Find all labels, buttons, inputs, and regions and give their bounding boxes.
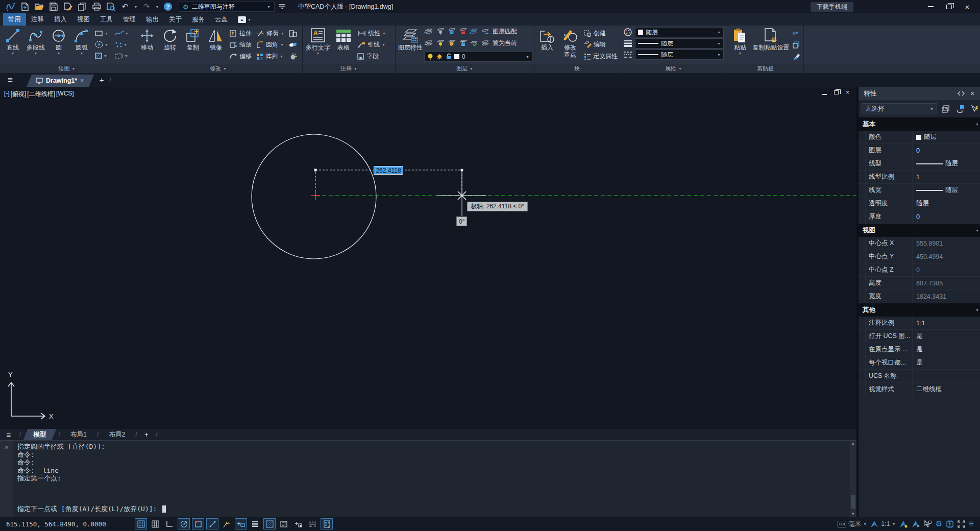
selection-cycling-toggle[interactable]: [292, 518, 304, 529]
define-attr-button[interactable]: 定义属性: [583, 51, 619, 61]
prop-row-ltscale[interactable]: 线型比例1: [859, 171, 980, 184]
trim-button[interactable]: 修剪▼: [255, 28, 285, 38]
tab-about[interactable]: 关于: [164, 13, 187, 26]
prop-row-color[interactable]: 颜色随层: [859, 131, 980, 144]
format-painter-button[interactable]: [792, 51, 801, 61]
color-dropdown[interactable]: 随层 ▼: [635, 27, 724, 37]
new-doc-tab-button[interactable]: +: [94, 76, 109, 84]
rotate-button[interactable]: 旋转: [159, 27, 181, 63]
point-button[interactable]: ▼: [113, 39, 132, 50]
tab-insert[interactable]: 插入: [49, 13, 72, 26]
section-other[interactable]: 其他▼: [859, 303, 980, 317]
line-button[interactable]: 直线▼: [2, 27, 24, 63]
transparency-toggle[interactable]: [263, 518, 276, 529]
annotation-monitor-toggle[interactable]: [321, 518, 333, 529]
open-file-icon[interactable]: [33, 1, 46, 12]
tab-model[interactable]: 模型: [23, 429, 56, 440]
fillet-button[interactable]: 圆角▼: [255, 40, 285, 50]
layer-properties-button[interactable]: 图层特性: [397, 27, 424, 63]
settings-gear-icon[interactable]: ⚙: [936, 519, 942, 528]
layout-menu-icon[interactable]: ≡: [0, 429, 17, 440]
scroll-down-icon[interactable]: ▼: [852, 512, 854, 516]
close-button[interactable]: ×: [959, 1, 976, 12]
scrollbar-thumb[interactable]: [851, 495, 855, 509]
lineweight-toggle[interactable]: [249, 518, 261, 529]
fullscreen-icon[interactable]: [958, 520, 965, 528]
undo-icon[interactable]: ↶: [118, 1, 132, 12]
polar-toggle[interactable]: [178, 518, 190, 529]
layer-isolate-icon[interactable]: [424, 40, 434, 46]
tab-view[interactable]: 视图: [72, 13, 95, 26]
layer-off-all-icon[interactable]: [480, 40, 490, 46]
panel-pin-icon[interactable]: [955, 88, 967, 99]
group-label-annotate[interactable]: 注释▼: [303, 64, 395, 73]
lineweight-dropdown[interactable]: 随层 ▼: [635, 38, 724, 49]
linetype-display-toggle[interactable]: [306, 518, 318, 529]
command-history[interactable]: 指定圆的半径或 [直径(D)]: 命令: 命令: 命令: _line 指定第一个…: [13, 441, 850, 517]
stretch-button[interactable]: 拉伸: [229, 28, 253, 38]
undo-dropdown-icon[interactable]: ▼: [133, 1, 139, 12]
annotation-autoscale-icon[interactable]: [912, 520, 920, 528]
layer-walk-icon[interactable]: [424, 28, 434, 35]
offset-button[interactable]: 偏移: [229, 51, 253, 61]
linetype-dropdown[interactable]: 随层 ▼: [635, 50, 724, 60]
help-icon[interactable]: ?: [161, 1, 175, 12]
redo-dropdown-icon[interactable]: ▼: [154, 1, 160, 12]
quick-access-menu-icon[interactable]: [276, 1, 289, 12]
workspace-selector[interactable]: ⚙ 二维草图与注释 ▼: [179, 2, 275, 12]
copy-doc-icon[interactable]: [76, 1, 89, 12]
group-label-draw[interactable]: 绘图▼: [0, 64, 134, 73]
prop-row-transparency[interactable]: 透明度随层: [859, 197, 980, 210]
tab-annotate[interactable]: 注释: [26, 13, 49, 26]
minimize-button[interactable]: [922, 1, 939, 12]
paste-button[interactable]: 粘贴▼: [729, 27, 751, 63]
layer-state-icon[interactable]: [469, 40, 479, 46]
align-button[interactable]: [288, 28, 298, 38]
quick-select-icon[interactable]: [940, 103, 951, 114]
group-label-modify[interactable]: 修改▼: [134, 64, 302, 73]
doc-tab-drawing1[interactable]: Drawing1* ×: [27, 75, 94, 87]
cut-button[interactable]: ✂: [792, 28, 801, 38]
prop-row-center-x[interactable]: 中心点 X555.8901: [859, 237, 980, 250]
layer-merge-icon[interactable]: [480, 28, 490, 35]
layer-lock-icon[interactable]: [458, 28, 468, 35]
command-prompt[interactable]: 指定下一点或 [角度(A)/长度(L)/放弃(U)]:: [17, 504, 166, 514]
ortho-toggle[interactable]: [163, 518, 176, 529]
layer-freeze-icon[interactable]: [447, 28, 456, 35]
osnap-toggle[interactable]: [192, 518, 204, 529]
viewport-restore-icon[interactable]: [834, 90, 839, 94]
ribbon-collapse-control[interactable]: ▲ ▼: [238, 13, 251, 26]
download-mobile-button[interactable]: 下载手机端: [811, 2, 853, 12]
layer-off-icon[interactable]: [435, 28, 445, 35]
move-button[interactable]: 移动: [136, 27, 158, 63]
new-file-icon[interactable]: [18, 1, 32, 12]
group-label-properties[interactable]: 属性▼: [620, 64, 727, 73]
prop-row-width[interactable]: 宽度1824.3431: [859, 290, 980, 303]
tab-tools[interactable]: 工具: [95, 13, 118, 26]
spline-button[interactable]: ▼: [113, 28, 132, 39]
prop-row-visual-style[interactable]: 视觉样式二维线框: [859, 383, 980, 396]
prop-row-ucs-origin[interactable]: 在原点显示 ...是: [859, 343, 980, 356]
units-control[interactable]: 0.0 毫米 ▼: [838, 520, 867, 528]
circle-button[interactable]: 圆▼: [47, 27, 70, 63]
dynamic-ucs-toggle[interactable]: [220, 518, 233, 529]
tab-cloud[interactable]: 云盘: [210, 13, 233, 26]
viewport-close-icon[interactable]: ×: [846, 89, 849, 96]
tab-layout1[interactable]: 布局1: [62, 429, 95, 440]
insert-block-button[interactable]: 插入: [536, 27, 558, 63]
arc-button[interactable]: 圆弧▼: [70, 27, 93, 63]
scale-button[interactable]: 缩放: [229, 40, 253, 50]
group-label-block[interactable]: 块: [534, 64, 620, 73]
prop-row-ucs-name[interactable]: UCS 名称: [859, 370, 980, 383]
doc-menu-icon[interactable]: ≡: [0, 73, 20, 87]
otrack-toggle[interactable]: [206, 518, 218, 529]
section-view[interactable]: 视图▼: [859, 224, 980, 237]
paste-settings-button[interactable]: ⚙ 复制粘贴设置: [752, 27, 790, 63]
leader-button[interactable]: 引线▼: [356, 40, 387, 50]
command-scrollbar[interactable]: ▲ ▼: [850, 441, 856, 517]
hatch-button[interactable]: ▼: [93, 51, 112, 62]
prop-row-thickness[interactable]: 厚度0: [859, 210, 980, 224]
selection-dropdown[interactable]: 无选择 ▼: [862, 103, 937, 114]
save-as-icon[interactable]: [61, 1, 75, 12]
redo-icon[interactable]: ↷: [140, 1, 153, 12]
